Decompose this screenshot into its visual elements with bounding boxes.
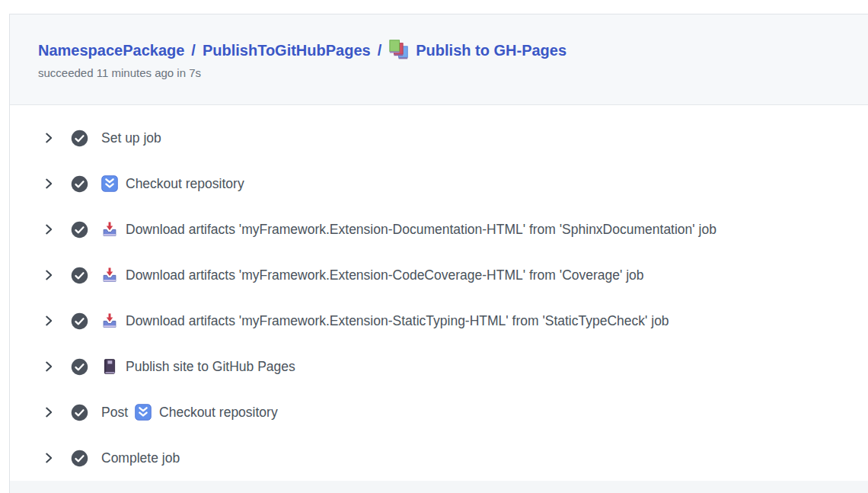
notebook-icon [101, 358, 118, 375]
breadcrumb-link-workflow[interactable]: PublishToGitHubPages [203, 42, 371, 59]
success-check-icon [71, 312, 88, 330]
success-check-icon [71, 175, 88, 193]
step-label: Checkout repository [126, 176, 244, 192]
chevron-right-icon[interactable] [43, 270, 54, 280]
download-button-icon [101, 175, 118, 192]
chevron-right-icon[interactable] [43, 224, 54, 235]
success-check-icon [71, 450, 88, 467]
chevron-right-icon[interactable] [43, 407, 54, 418]
breadcrumb-separator: / [191, 42, 196, 59]
step-row[interactable]: Set up job [10, 115, 868, 161]
success-check-icon [71, 358, 88, 376]
breadcrumb: NamespacePackage / PublishToGitHubPages … [38, 40, 868, 61]
step-row[interactable]: Download artifacts 'myFramework.Extensio… [10, 252, 868, 298]
success-check-icon [71, 267, 88, 284]
step-row[interactable]: Post Checkout repository [10, 389, 868, 435]
chevron-right-icon[interactable] [43, 315, 54, 326]
breadcrumb-link-repository[interactable]: NamespacePackage [38, 42, 184, 59]
chevron-right-icon[interactable] [43, 133, 54, 143]
job-panel: NamespacePackage / PublishToGitHubPages … [9, 14, 868, 493]
step-label: Download artifacts 'myFramework.Extensio… [126, 313, 669, 329]
chevron-right-icon[interactable] [43, 178, 54, 189]
step-label: Complete job [101, 450, 180, 466]
step-prefix: Post [101, 405, 128, 421]
step-label: Checkout repository [159, 405, 278, 421]
success-check-icon [71, 404, 88, 421]
chevron-right-icon[interactable] [43, 361, 54, 372]
success-check-icon [71, 221, 88, 238]
breadcrumb-link-job[interactable]: Publish to GH-Pages [388, 40, 566, 61]
step-row[interactable]: Complete job [10, 435, 868, 481]
panel-footer [10, 481, 868, 493]
step-label: Set up job [101, 130, 161, 146]
step-label: Publish site to GitHub Pages [126, 359, 295, 375]
download-button-icon [135, 404, 152, 421]
step-label: Download artifacts 'myFramework.Extensio… [126, 222, 716, 238]
job-status-line: succeeded 11 minutes ago in 7s [38, 66, 868, 79]
inbox-tray-icon [101, 312, 118, 329]
job-header: NamespacePackage / PublishToGitHubPages … [10, 14, 868, 105]
inbox-tray-icon [101, 267, 118, 283]
step-row[interactable]: Checkout repository [10, 161, 868, 206]
books-icon [388, 40, 410, 61]
success-check-icon [71, 130, 88, 147]
steps-list: Set up job Checkout repository Download … [10, 105, 868, 481]
step-row[interactable]: Publish site to GitHub Pages [10, 344, 868, 389]
breadcrumb-separator: / [378, 42, 382, 59]
job-title: Publish to GH-Pages [416, 42, 566, 59]
step-row[interactable]: Download artifacts 'myFramework.Extensio… [10, 298, 868, 344]
inbox-tray-icon [101, 221, 118, 238]
step-label: Download artifacts 'myFramework.Extensio… [126, 267, 644, 283]
step-row[interactable]: Download artifacts 'myFramework.Extensio… [10, 206, 868, 252]
chevron-right-icon[interactable] [43, 453, 54, 463]
